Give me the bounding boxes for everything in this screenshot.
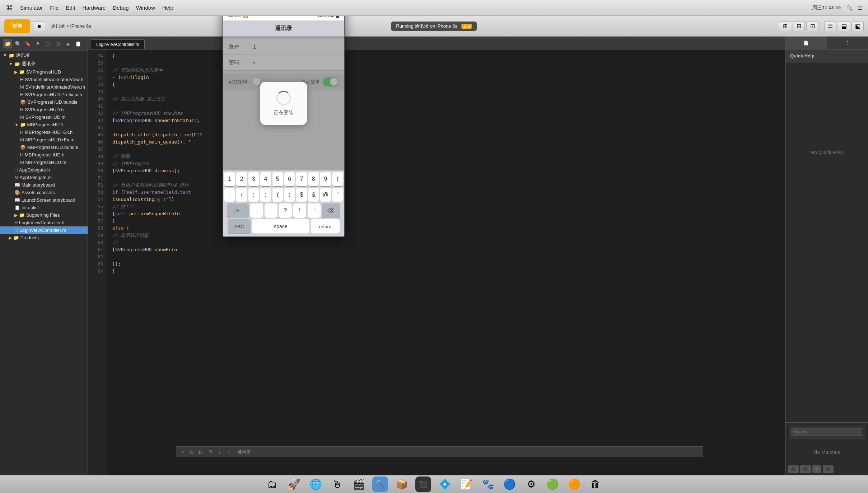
nav-debug-button[interactable]: ⬡: [53, 39, 62, 48]
key-dash[interactable]: -: [224, 188, 235, 202]
dock-finder[interactable]: 🗂: [265, 476, 280, 492]
version-editor-button[interactable]: ⊡: [806, 21, 818, 31]
key-5[interactable]: 5: [272, 172, 283, 186]
dock-more2[interactable]: 🟢: [545, 476, 560, 492]
dock-notes[interactable]: 📝: [458, 476, 474, 492]
tree-folder-supporting[interactable]: ▶ 📁 Supporting Files: [0, 211, 88, 219]
key-slash[interactable]: /: [236, 188, 247, 202]
standard-editor-button[interactable]: ⊞: [779, 21, 791, 31]
step-over-button[interactable]: ↷: [207, 449, 214, 456]
dock-terminal[interactable]: ⬛: [415, 476, 431, 492]
key-open-paren2[interactable]: (: [272, 188, 283, 202]
apple-menu[interactable]: ⌘: [6, 4, 13, 12]
dock-iqr[interactable]: 🎬: [351, 476, 367, 492]
key-question[interactable]: ?: [279, 203, 292, 218]
nav-files-button[interactable]: 📁: [3, 39, 12, 48]
tree-file-mb-m[interactable]: M MBProgressHUD.m: [0, 159, 88, 166]
dock-more3[interactable]: 🟠: [566, 476, 582, 492]
menu-simulator[interactable]: Simulator: [20, 5, 43, 11]
key-exclamation[interactable]: !: [293, 203, 306, 218]
tab-login-vc[interactable]: LoginViewController.m: [91, 39, 145, 49]
tree-file-mb-h[interactable]: H MBProgressHUD.h: [0, 151, 88, 159]
key-1[interactable]: 1: [224, 172, 235, 186]
nav-tests-button[interactable]: ◻: [43, 39, 52, 48]
menubar-menu-icon[interactable]: ☰: [858, 5, 862, 11]
tree-file-mb-ex-h[interactable]: H MBProgressHUD+Ex.h: [0, 128, 88, 136]
tree-file-appdelegate-m[interactable]: M AppDelegate.m: [0, 174, 88, 181]
dock-instruments[interactable]: 📦: [394, 476, 410, 492]
nav-symbols-button[interactable]: 🔍: [13, 39, 22, 48]
dock-xcode[interactable]: 🔨: [372, 476, 388, 492]
menu-window[interactable]: Window: [136, 5, 155, 11]
tree-file-sv-h[interactable]: H SVProgressHUD.h: [0, 106, 88, 113]
tree-file-launch-storyboard[interactable]: 📖 LaunchScreen.storyboard: [0, 196, 88, 204]
panel-action-button-4[interactable]: ⬛: [823, 465, 834, 473]
search-input[interactable]: [792, 428, 862, 436]
tree-file-login-m[interactable]: M LoginViewController.m: [0, 226, 88, 234]
dock-safari[interactable]: 🌐: [308, 476, 323, 492]
key-space[interactable]: space: [252, 219, 309, 234]
dock-more1[interactable]: 🔵: [501, 476, 517, 492]
debug-button[interactable]: ⬓: [838, 21, 850, 31]
key-return[interactable]: return: [311, 219, 340, 234]
panel-action-button-3[interactable]: ⊕: [812, 465, 821, 473]
utilities-button[interactable]: ⬕: [851, 21, 864, 31]
nav-breakpoints-button[interactable]: ◈: [63, 39, 73, 48]
dock-launchpad[interactable]: 🚀: [286, 476, 302, 492]
key-dollar[interactable]: $: [296, 188, 307, 202]
tree-folder-products[interactable]: ▶ 📁 Products: [0, 234, 88, 241]
step-into-button[interactable]: ↓: [216, 449, 223, 456]
tree-file-appdelegate-h[interactable]: H AppDelegate.h: [0, 166, 88, 174]
menu-hardware[interactable]: Hardware: [82, 5, 106, 11]
tree-folder-svprogress[interactable]: ▶ 📁 SVProgressHUD: [0, 68, 88, 76]
navigator-button[interactable]: ☰: [824, 21, 836, 31]
key-ampersand[interactable]: &: [308, 188, 319, 202]
key-abc[interactable]: ABC: [228, 219, 251, 234]
tree-folder-tongxunlu[interactable]: ▼ 📁 通讯录: [0, 60, 88, 68]
nav-find-button[interactable]: 🔖: [23, 39, 32, 48]
dock-sketch[interactable]: 💠: [437, 476, 453, 492]
key-7[interactable]: 7: [296, 172, 307, 186]
key-hash[interactable]: #+=: [227, 203, 249, 218]
tree-file-main-storyboard[interactable]: 📖 Main.storyboard: [0, 181, 88, 189]
key-semicolon[interactable]: ;: [260, 188, 271, 202]
key-colon[interactable]: :: [248, 188, 259, 202]
filter-button[interactable]: ⊙: [188, 449, 195, 456]
key-6[interactable]: 6: [284, 172, 295, 186]
tree-file-sv-m[interactable]: M SVProgressHUD.m: [0, 113, 88, 121]
key-2[interactable]: 2: [236, 172, 247, 186]
tree-file-sv-bundle[interactable]: 📦 SVProgressHUD.bundle: [0, 98, 88, 106]
tree-file-assets[interactable]: 🎨 Assets.xcassets: [0, 189, 88, 196]
key-at[interactable]: @: [320, 188, 331, 202]
dock-paw[interactable]: 🐾: [480, 476, 496, 492]
tree-file-mb-bundle[interactable]: 📦 MBProgressHUD.bundle: [0, 144, 88, 151]
tree-file-info-plist[interactable]: 📋 Info.plist: [0, 204, 88, 211]
tab-quick-help[interactable]: ?: [827, 37, 868, 49]
menu-debug[interactable]: Debug: [113, 5, 129, 11]
key-backspace[interactable]: ⌫: [322, 203, 340, 218]
key-3[interactable]: 3: [248, 172, 259, 186]
key-open-paren[interactable]: (: [332, 172, 343, 186]
tree-file-mb-ex-m[interactable]: M MBProgressHUD+Ex.m: [0, 136, 88, 144]
menu-file[interactable]: File: [50, 5, 59, 11]
tree-file-sv-prefix[interactable]: H SVProgressHUD-Prefix.pch: [0, 91, 88, 98]
tree-folder-mbprogress[interactable]: ▼ 📁 MBProgressHUD: [0, 121, 88, 128]
key-4[interactable]: 4: [260, 172, 271, 186]
key-close-paren[interactable]: ): [284, 188, 295, 202]
dock-settings[interactable]: ⚙: [523, 476, 539, 492]
tab-file-inspector[interactable]: 📄: [786, 37, 827, 49]
panel-action-button-2[interactable]: ⬛: [800, 465, 811, 473]
assistant-editor-button[interactable]: ⊟: [793, 21, 805, 31]
stop-button[interactable]: ■: [33, 21, 45, 31]
key-comma[interactable]: ,: [265, 203, 277, 218]
menu-help[interactable]: Help: [162, 5, 173, 11]
dock-trash[interactable]: 🗑: [588, 476, 603, 492]
add-file-button[interactable]: +: [179, 449, 186, 456]
tree-root[interactable]: ▼ 📁 通讯录: [0, 51, 88, 60]
key-period[interactable]: .: [250, 203, 263, 218]
scheme-selector[interactable]: 通讯录 > iPhone 6s: [51, 23, 91, 29]
code-content[interactable]: } // 登陆按钮的点击事件 - (void)login { // 第三方框架 …: [107, 50, 785, 475]
key-8[interactable]: 8: [308, 172, 319, 186]
key-quote[interactable]: ": [332, 188, 343, 202]
key-apostrophe[interactable]: ': [308, 203, 321, 218]
